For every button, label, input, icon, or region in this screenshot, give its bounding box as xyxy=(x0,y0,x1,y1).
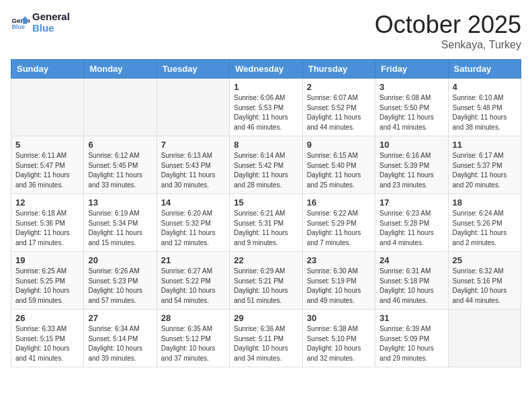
day-number: 13 xyxy=(88,197,152,208)
calendar-table: SundayMondayTuesdayWednesdayThursdayFrid… xyxy=(11,59,521,367)
day-info: Sunrise: 6:16 AM Sunset: 5:39 PM Dayligh… xyxy=(380,151,443,190)
day-info: Sunrise: 6:08 AM Sunset: 5:50 PM Dayligh… xyxy=(380,93,443,132)
day-number: 23 xyxy=(307,255,371,265)
day-number: 18 xyxy=(453,197,517,208)
day-info: Sunrise: 6:27 AM Sunset: 5:22 PM Dayligh… xyxy=(161,267,225,306)
day-info: Sunrise: 6:39 AM Sunset: 5:09 PM Dayligh… xyxy=(380,324,443,363)
day-info: Sunrise: 6:10 AM Sunset: 5:48 PM Dayligh… xyxy=(453,93,517,132)
calendar-day-cell: 2Sunrise: 6:07 AM Sunset: 5:52 PM Daylig… xyxy=(302,79,375,136)
day-info: Sunrise: 6:34 AM Sunset: 5:14 PM Dayligh… xyxy=(88,324,152,363)
day-number: 26 xyxy=(15,313,79,323)
day-number: 11 xyxy=(453,140,517,150)
day-number: 22 xyxy=(234,255,298,265)
day-number: 5 xyxy=(15,140,79,150)
calendar-day-cell: 21Sunrise: 6:27 AM Sunset: 5:22 PM Dayli… xyxy=(157,252,229,310)
day-info: Sunrise: 6:29 AM Sunset: 5:21 PM Dayligh… xyxy=(234,267,298,306)
day-number: 8 xyxy=(234,140,298,150)
day-info: Sunrise: 6:06 AM Sunset: 5:53 PM Dayligh… xyxy=(234,93,298,132)
calendar-day-cell: 20Sunrise: 6:26 AM Sunset: 5:23 PM Dayli… xyxy=(84,252,157,310)
day-number: 9 xyxy=(307,140,371,150)
day-number: 17 xyxy=(380,197,443,208)
day-info: Sunrise: 6:22 AM Sunset: 5:29 PM Dayligh… xyxy=(307,209,371,248)
weekday-header: Saturday xyxy=(448,60,521,79)
calendar-day-cell: 9Sunrise: 6:15 AM Sunset: 5:40 PM Daylig… xyxy=(302,136,375,194)
calendar-day-cell: 10Sunrise: 6:16 AM Sunset: 5:39 PM Dayli… xyxy=(375,136,448,194)
page-header: General Blue General Blue October 2025 S… xyxy=(11,11,521,51)
day-number: 21 xyxy=(161,255,225,265)
day-number: 30 xyxy=(307,313,371,323)
day-info: Sunrise: 6:35 AM Sunset: 5:12 PM Dayligh… xyxy=(161,324,225,363)
calendar-header-row: SundayMondayTuesdayWednesdayThursdayFrid… xyxy=(11,60,521,79)
calendar-day-cell xyxy=(84,79,157,136)
weekday-header: Thursday xyxy=(302,60,375,79)
day-info: Sunrise: 6:38 AM Sunset: 5:10 PM Dayligh… xyxy=(307,324,371,363)
day-number: 16 xyxy=(307,197,371,208)
day-info: Sunrise: 6:15 AM Sunset: 5:40 PM Dayligh… xyxy=(307,151,371,190)
day-info: Sunrise: 6:30 AM Sunset: 5:19 PM Dayligh… xyxy=(307,267,371,306)
day-number: 31 xyxy=(380,313,443,323)
calendar-day-cell: 17Sunrise: 6:23 AM Sunset: 5:28 PM Dayli… xyxy=(375,194,448,252)
day-info: Sunrise: 6:13 AM Sunset: 5:43 PM Dayligh… xyxy=(161,151,225,190)
weekday-header: Friday xyxy=(375,60,448,79)
calendar-day-cell: 3Sunrise: 6:08 AM Sunset: 5:50 PM Daylig… xyxy=(375,79,448,136)
calendar-day-cell: 14Sunrise: 6:20 AM Sunset: 5:32 PM Dayli… xyxy=(157,194,229,252)
day-number: 20 xyxy=(88,255,152,265)
logo: General Blue General Blue xyxy=(11,11,70,34)
day-number: 1 xyxy=(234,82,298,92)
calendar-day-cell: 23Sunrise: 6:30 AM Sunset: 5:19 PM Dayli… xyxy=(302,252,375,310)
day-number: 25 xyxy=(453,255,517,265)
day-number: 14 xyxy=(161,197,225,208)
calendar-day-cell xyxy=(11,79,84,136)
calendar-day-cell: 4Sunrise: 6:10 AM Sunset: 5:48 PM Daylig… xyxy=(448,79,521,136)
day-number: 2 xyxy=(307,82,371,92)
calendar-day-cell: 13Sunrise: 6:19 AM Sunset: 5:34 PM Dayli… xyxy=(84,194,157,252)
calendar-day-cell: 25Sunrise: 6:32 AM Sunset: 5:16 PM Dayli… xyxy=(448,252,521,310)
calendar-day-cell: 11Sunrise: 6:17 AM Sunset: 5:37 PM Dayli… xyxy=(448,136,521,194)
day-info: Sunrise: 6:23 AM Sunset: 5:28 PM Dayligh… xyxy=(380,209,443,248)
day-info: Sunrise: 6:11 AM Sunset: 5:47 PM Dayligh… xyxy=(15,151,79,190)
calendar-day-cell: 5Sunrise: 6:11 AM Sunset: 5:47 PM Daylig… xyxy=(11,136,84,194)
weekday-header: Monday xyxy=(84,60,157,79)
day-number: 10 xyxy=(380,140,443,150)
calendar-day-cell: 7Sunrise: 6:13 AM Sunset: 5:43 PM Daylig… xyxy=(157,136,229,194)
day-info: Sunrise: 6:33 AM Sunset: 5:15 PM Dayligh… xyxy=(15,324,79,363)
calendar-day-cell: 6Sunrise: 6:12 AM Sunset: 5:45 PM Daylig… xyxy=(84,136,157,194)
day-info: Sunrise: 6:24 AM Sunset: 5:26 PM Dayligh… xyxy=(453,209,517,248)
calendar-day-cell: 18Sunrise: 6:24 AM Sunset: 5:26 PM Dayli… xyxy=(448,194,521,252)
day-number: 29 xyxy=(234,313,298,323)
day-info: Sunrise: 6:25 AM Sunset: 5:25 PM Dayligh… xyxy=(15,267,79,306)
day-number: 28 xyxy=(161,313,225,323)
day-info: Sunrise: 6:31 AM Sunset: 5:18 PM Dayligh… xyxy=(380,267,443,306)
calendar-week-row: 12Sunrise: 6:18 AM Sunset: 5:36 PM Dayli… xyxy=(11,194,521,252)
day-number: 27 xyxy=(88,313,152,323)
day-info: Sunrise: 6:20 AM Sunset: 5:32 PM Dayligh… xyxy=(161,209,225,248)
day-info: Sunrise: 6:14 AM Sunset: 5:42 PM Dayligh… xyxy=(234,151,298,190)
day-number: 4 xyxy=(453,82,517,92)
calendar-week-row: 5Sunrise: 6:11 AM Sunset: 5:47 PM Daylig… xyxy=(11,136,521,194)
weekday-header: Sunday xyxy=(11,60,84,79)
day-info: Sunrise: 6:21 AM Sunset: 5:31 PM Dayligh… xyxy=(234,209,298,248)
calendar-day-cell: 22Sunrise: 6:29 AM Sunset: 5:21 PM Dayli… xyxy=(230,252,302,310)
calendar-day-cell: 24Sunrise: 6:31 AM Sunset: 5:18 PM Dayli… xyxy=(375,252,448,310)
day-info: Sunrise: 6:18 AM Sunset: 5:36 PM Dayligh… xyxy=(15,209,79,248)
calendar-day-cell: 31Sunrise: 6:39 AM Sunset: 5:09 PM Dayli… xyxy=(375,310,448,367)
logo-general: General xyxy=(32,11,70,22)
calendar-week-row: 19Sunrise: 6:25 AM Sunset: 5:25 PM Dayli… xyxy=(11,252,521,310)
day-info: Sunrise: 6:26 AM Sunset: 5:23 PM Dayligh… xyxy=(88,267,152,306)
calendar-day-cell: 27Sunrise: 6:34 AM Sunset: 5:14 PM Dayli… xyxy=(84,310,157,367)
calendar-day-cell: 19Sunrise: 6:25 AM Sunset: 5:25 PM Dayli… xyxy=(11,252,84,310)
logo-blue: Blue xyxy=(32,22,70,34)
calendar-day-cell: 1Sunrise: 6:06 AM Sunset: 5:53 PM Daylig… xyxy=(230,79,302,136)
calendar-day-cell: 15Sunrise: 6:21 AM Sunset: 5:31 PM Dayli… xyxy=(230,194,302,252)
day-number: 19 xyxy=(15,255,79,265)
day-number: 24 xyxy=(380,255,443,265)
day-info: Sunrise: 6:32 AM Sunset: 5:16 PM Dayligh… xyxy=(453,267,517,306)
logo-icon: General Blue xyxy=(11,13,30,32)
weekday-header: Wednesday xyxy=(230,60,302,79)
weekday-header: Tuesday xyxy=(157,60,229,79)
day-number: 6 xyxy=(88,140,152,150)
day-info: Sunrise: 6:19 AM Sunset: 5:34 PM Dayligh… xyxy=(88,209,152,248)
calendar-day-cell xyxy=(448,310,521,367)
calendar-day-cell: 12Sunrise: 6:18 AM Sunset: 5:36 PM Dayli… xyxy=(11,194,84,252)
day-info: Sunrise: 6:07 AM Sunset: 5:52 PM Dayligh… xyxy=(307,93,371,132)
